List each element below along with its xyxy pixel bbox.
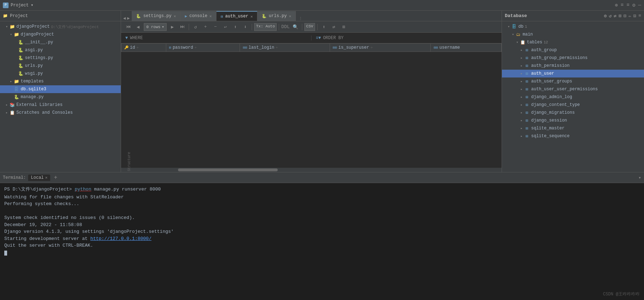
tree-item-manage[interactable]: 🐍 manage.py [0,93,121,101]
delete-row-btn[interactable]: − [211,23,220,31]
py-icon-wsgi: 🐍 [18,71,23,76]
h-scrollbar[interactable] [121,168,502,172]
table-label-8: django_content_type [531,102,580,107]
tx-select[interactable]: Tx: Auto [254,23,277,31]
tab-more-options[interactable]: ⋮ [299,16,303,21]
table-label-2: auth_group_permissions [531,55,587,60]
add-row-btn[interactable]: + [201,23,210,31]
db-item-django-migrations[interactable]: ▸ ⊞ django_migrations [502,109,644,117]
terminal-tab-close[interactable]: ✕ [45,175,48,180]
search-btn[interactable]: 🔍 [291,23,300,31]
col-id[interactable]: 🔑 id ÷ [121,44,166,52]
db-item-auth-group[interactable]: ▸ ⊞ auth_group [502,46,644,54]
row-count-arrow[interactable]: ▾ [162,25,164,29]
export-btn[interactable]: ⬆ [231,23,240,31]
db-item-django-admin-log[interactable]: ▸ ⊞ django_admin_log [502,93,644,101]
watermark: CSDN @王咋咋咋咋 [603,291,640,297]
where-label: WHERE [130,36,143,41]
undo-btn[interactable]: ↩ [221,23,230,31]
terminal-label: Terminal: [3,175,26,180]
title-dropdown-icon[interactable]: ▾ [31,2,33,8]
tree-item-ext-libs[interactable]: ▸ 📚 External Libraries [0,101,121,109]
tree-item-templates[interactable]: ▸ 📁 templates [0,77,121,85]
tab-auth-user-close[interactable]: ✕ [250,14,253,19]
col-username[interactable]: ⊞⊞ username [431,44,502,52]
server-url-link[interactable]: http://127.0.0.1:8000/ [90,236,152,241]
tab-urls-close[interactable]: ✕ [289,14,291,18]
col-is-superuser[interactable]: ⊞⊞ is_superuser ÷ [330,44,431,52]
terminal-line-2: Performing system checks... [4,200,640,208]
terminal-panel: Terminal: Local ✕ + ▾ PS D:\文件\djangoPro… [0,172,644,300]
prev-row-btn[interactable]: ◀ [134,23,142,31]
grid-btn[interactable]: ⊞ [340,23,348,31]
terminal-tab-local[interactable]: Local ✕ [28,175,51,181]
db-edit-btn[interactable]: ✏ [629,13,632,19]
terminal-content[interactable]: PS D:\文件\djangoProject> python manage.py… [0,183,644,300]
where-clause[interactable]: ▼ WHERE [121,36,311,41]
tree-item-root[interactable]: ▾ 📁 djangoProject D:\文件\djangoProject [0,23,121,31]
title-control-1[interactable]: ⊕ [615,2,618,8]
transpose-btn[interactable]: ⇄ [330,23,338,31]
title-control-5[interactable]: — [638,2,641,8]
tab-urls[interactable]: 🐍 urls.py ✕ [257,11,296,21]
tab-settings[interactable]: 🐍 settings.py ✕ [132,11,180,21]
nav-back[interactable]: ◀ [123,16,126,21]
db-add-btn[interactable]: ⊕ [604,13,607,19]
last-row-btn[interactable]: ⏭ [178,23,187,31]
db-name-label: db [518,24,523,29]
title-control-3[interactable]: ≡ [627,2,629,8]
tree-item-scratches[interactable]: ▸ 📋 Scratches and Consoles [0,109,121,117]
tree-item-wsgi[interactable]: 🐍 wsgi.py [0,70,121,77]
next-row-btn[interactable]: ▶ [168,23,177,31]
db-item-sqlite-master[interactable]: ▸ ⊞ sqlite_master [502,124,644,132]
col-last-login[interactable]: ⊞⊞ last_login ÷ [240,44,330,52]
first-row-btn[interactable]: ⏮ [124,23,132,31]
h-scroll-thumb[interactable] [178,168,278,171]
db-filter-btn[interactable]: ≡ [638,13,641,19]
db-item-tables[interactable]: ▾ 📋 tables 12 [502,38,644,46]
reload-btn[interactable]: ↺ [191,23,200,31]
db-grid-btn[interactable]: ⊞ [619,13,622,19]
db-table-btn[interactable]: ⊟ [624,13,627,19]
db-more-btn[interactable]: ⊡ [633,13,636,19]
tree-item-init[interactable]: 🐍 __init__.py [0,38,121,46]
tab-console[interactable]: ▶ console ✕ [180,11,216,21]
tab-settings-close[interactable]: ✕ [174,14,176,18]
py-icon-urls-tab: 🐍 [262,14,267,18]
title-control-4[interactable]: ⚙ [632,2,635,8]
tree-label-asgi: asgi.py [25,48,43,53]
nav-fwd[interactable]: ▶ [127,16,130,21]
db-item-django-content-type[interactable]: ▸ ⊞ django_content_type [502,101,644,109]
db-item-auth-user[interactable]: ▸ ⊞ auth_user [502,70,644,77]
db-item-auth-group-permissions[interactable]: ▸ ⊞ auth_group_permissions [502,54,644,62]
data-table-container[interactable]: 🔑 id ÷ ⊞ password ÷ [121,43,502,172]
db-item-root[interactable]: ▾ 🗄 db 1 [502,23,644,31]
db-item-django-session[interactable]: ▸ ⊞ django_session [502,117,644,124]
upload-btn[interactable]: ⬆ [320,23,328,31]
scratches-icon: 📋 [9,110,15,116]
tree-item-settings[interactable]: 🐍 settings.py [0,54,121,62]
terminal-add-btn[interactable]: + [54,175,57,181]
db-item-main-schema[interactable]: ▾ 🗂 main [502,31,644,38]
terminal-line-4: December 19, 2022 - 11:58:08 [4,221,640,229]
title-control-2[interactable]: ≡ [621,2,623,8]
tree-item-asgi[interactable]: 🐍 asgi.py [0,46,121,54]
db-item-auth-user-groups[interactable]: ▸ ⊞ auth_user_groups [502,77,644,85]
db-item-auth-user-user-permissions[interactable]: ▸ ⊞ auth_user_user_permissions [502,85,644,93]
db-item-auth-permission[interactable]: ▸ ⊞ auth_permission [502,62,644,70]
col-password[interactable]: ⊞ password ÷ [166,44,240,52]
tree-item-urls[interactable]: 🐍 urls.py [0,62,121,70]
db-item-sqlite-sequence[interactable]: ▸ ⊞ sqlite_sequence [502,132,644,140]
import-btn[interactable]: ⬇ [241,23,250,31]
csv-select[interactable]: CSV [304,23,315,31]
db-sync-btn[interactable]: ⇄ [614,13,617,19]
db-refresh-btn[interactable]: ↺ [609,13,612,19]
terminal-options-btn[interactable]: ▾ [638,175,641,181]
orderby-clause[interactable]: ≡▼ ORDER BY [311,36,502,41]
tab-auth-user[interactable]: ⊞ auth_user ✕ [216,11,257,21]
tree-item-djangoproject-sub[interactable]: ▾ 📁 djangoProject [0,31,121,38]
ddl-btn[interactable]: DDL [281,23,290,31]
tab-console-close[interactable]: ✕ [209,14,212,18]
tree-item-db[interactable]: 🗄 db.sqlite3 [0,85,121,93]
table-arrow-4: ▸ [519,71,524,76]
